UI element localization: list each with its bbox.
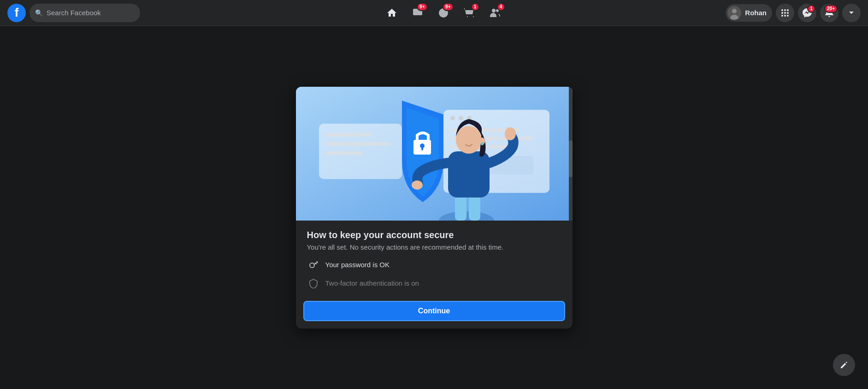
nav-right: Rohan 1 20+: [722, 4, 861, 22]
messenger-button[interactable]: 1: [798, 4, 816, 22]
grid-button[interactable]: [776, 4, 794, 22]
svg-point-10: [787, 9, 789, 11]
security-item-2fa: Two-factor authentication is on: [307, 278, 561, 289]
dialog-illustration: [296, 87, 573, 221]
user-profile-pill[interactable]: Rohan: [726, 4, 772, 22]
dialog-footer: Continue: [296, 295, 573, 329]
nav-video-feed-button[interactable]: 9+: [407, 2, 429, 24]
search-icon: 🔍: [35, 9, 43, 17]
dialog-scrollbar[interactable]: [569, 87, 573, 221]
nav-left: f 🔍 Search Facebook: [7, 4, 164, 22]
security-dialog: How to keep your account secure You're a…: [296, 87, 573, 329]
marketplace-badge: 1: [471, 3, 479, 11]
svg-point-43: [310, 263, 314, 268]
svg-rect-28: [326, 142, 390, 146]
svg-rect-36: [448, 151, 490, 197]
svg-rect-41: [506, 131, 510, 140]
nav-center: 9+ 9+ 1 4: [164, 2, 722, 24]
svg-point-11: [781, 12, 783, 14]
user-name: Rohan: [745, 9, 767, 17]
svg-point-42: [412, 180, 423, 190]
svg-rect-32: [421, 146, 423, 150]
svg-point-12: [784, 12, 786, 14]
dialog-title: How to keep your account secure: [307, 230, 561, 240]
notifications-button[interactable]: 20+: [820, 4, 838, 22]
account-dropdown-button[interactable]: [842, 4, 861, 22]
svg-point-14: [781, 15, 783, 17]
facebook-logo[interactable]: f: [7, 4, 26, 22]
svg-point-37: [456, 126, 482, 154]
password-status-text: Your password is OK: [325, 261, 390, 269]
svg-point-9: [784, 9, 786, 11]
svg-rect-29: [326, 151, 363, 155]
svg-point-8: [781, 9, 783, 11]
continue-button[interactable]: Continue: [303, 301, 565, 321]
dialog-body: How to keep your account secure You're a…: [296, 221, 573, 289]
main-content: How to keep your account secure You're a…: [0, 26, 868, 389]
2fa-status-text: Two-factor authentication is on: [325, 279, 419, 287]
svg-point-13: [787, 12, 789, 14]
messenger-badge: 1: [807, 5, 815, 13]
svg-point-16: [787, 15, 789, 17]
security-item-password: Your password is OK: [307, 258, 561, 271]
nav-watch-button[interactable]: 9+: [432, 2, 455, 24]
nav-marketplace-button[interactable]: 1: [458, 2, 480, 24]
search-placeholder-text: Search Facebook: [47, 9, 101, 17]
svg-point-39: [481, 143, 484, 145]
svg-point-6: [732, 9, 737, 13]
svg-point-19: [450, 116, 455, 120]
navbar: f 🔍 Search Facebook 9+ 9+ 1 4: [0, 0, 868, 26]
svg-point-20: [459, 116, 463, 120]
watch-badge: 9+: [443, 3, 453, 11]
shield-check-icon: [307, 278, 320, 289]
dialog-scrollbar-thumb: [569, 140, 573, 177]
svg-point-3: [492, 9, 496, 12]
groups-badge: 4: [497, 3, 505, 11]
floating-edit-button[interactable]: [833, 354, 855, 376]
key-icon: [307, 258, 320, 271]
svg-point-15: [784, 15, 786, 17]
dialog-subtitle: You're all set. No security actions are …: [307, 243, 561, 251]
nav-home-button[interactable]: [381, 2, 403, 24]
avatar: [727, 6, 741, 20]
notifications-badge: 20+: [824, 5, 838, 13]
search-bar[interactable]: 🔍 Search Facebook: [30, 4, 140, 22]
svg-rect-27: [326, 133, 372, 137]
video-feed-badge: 9+: [417, 3, 427, 11]
nav-groups-button[interactable]: 4: [484, 2, 506, 24]
